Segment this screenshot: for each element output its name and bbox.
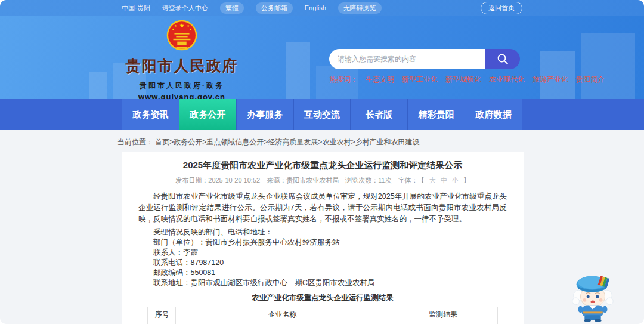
article-title: 2025年度贵阳市农业产业化市级重点龙头企业运行监测和评定结果公示 <box>138 159 507 171</box>
article-paragraph: 受理情况反映的部门、电话和地址： <box>138 227 507 237</box>
cell-no: 1 <box>148 322 176 324</box>
banner: ★ ★ ★ ★ ★ 贵阳市人民政府 贵阳市人民政府·政务 www.guiyang… <box>0 16 644 99</box>
main-nav: 政务资讯 政务公开 办事服务 互动交流 长者版 精彩贵阳 政府数据 <box>0 99 644 130</box>
font-size-medium[interactable]: 中 <box>441 177 447 184</box>
article-paragraph: 经贵阳市农业产业化市级重点龙头企业联席会议成员单位审定，现对2025年开展的农业… <box>138 191 507 225</box>
site-subtitle: 贵阳市人民政府·政务 <box>119 81 244 91</box>
hot-search-row: 热搜词： 生态文明 新型工业化 新型城镇化 农业现代化 旅游产业化 贵阳简介 <box>329 75 526 85</box>
svg-text:★: ★ <box>174 24 177 27</box>
search-input[interactable] <box>329 49 485 69</box>
svg-text:★: ★ <box>189 28 191 31</box>
cityscape-decor <box>581 33 635 99</box>
contact-address-line: 联系地址：贵阳市观山湖区市级行政中心二期C区贵阳市农业农村局 <box>138 278 507 288</box>
view-count: 浏览次数：11次 <box>345 177 391 184</box>
header-cell-company: 企业名称 <box>176 307 389 322</box>
table-header-row: 序号 企业名称 监测结果 <box>148 307 497 322</box>
postal-code-line: 邮政编码：550081 <box>138 268 507 278</box>
hot-search-term[interactable]: 农业现代化 <box>489 75 525 85</box>
hot-search-term[interactable]: 新型城镇化 <box>445 75 481 85</box>
national-emblem-icon: ★ ★ ★ ★ ★ <box>166 19 198 53</box>
contact-department-line: 部门（单位）：贵阳市乡村振兴服务中心农村经济服务站 <box>138 237 507 248</box>
nav-item-interaction[interactable]: 互动交流 <box>293 99 351 130</box>
breadcrumb: 当前位置： 首页>政务公开>重点领域信息公开>经济高质量发展>农业农村>乡村产业… <box>117 137 419 147</box>
topbar-link-login-center[interactable]: 请登录个人中心 <box>162 4 208 13</box>
breadcrumb-label: 当前位置： <box>117 138 153 146</box>
font-size-label: 字体：【 <box>398 177 425 184</box>
nav-item-gov-open[interactable]: 政务公开 <box>179 99 236 130</box>
nav-item-gov-news[interactable]: 政务资讯 <box>122 99 179 130</box>
hot-search-term[interactable]: 新型工业化 <box>402 75 438 85</box>
font-size-label-end: 】 <box>463 177 470 184</box>
hot-search-term[interactable]: 旅游产业化 <box>532 75 568 85</box>
font-size-large[interactable]: 大 <box>429 177 436 184</box>
topbar-link-accessibility[interactable]: 无障碍浏览 <box>338 2 382 14</box>
topbar-link-china-guiyang[interactable]: 中国·贵阳 <box>122 4 150 13</box>
cityscape-decor <box>286 42 310 99</box>
table-caption: 农业产业化市级重点龙头企业运行监测结果 <box>138 293 507 303</box>
search-area: 热搜词： 生态文明 新型工业化 新型城镇化 农业现代化 旅游产业化 贵阳简介 <box>329 49 526 85</box>
hot-search-label: 热搜词： <box>329 75 358 85</box>
publish-date: 发布日期：2025-10-20 10:52 <box>175 177 260 184</box>
site-logo[interactable]: ★ ★ ★ ★ ★ 贵阳市人民政府 贵阳市人民政府·政务 www.guiyang… <box>119 19 244 99</box>
hot-search-term[interactable]: 生态文明 <box>366 75 394 85</box>
table-row: 1 贵州合力超市采购有限公司 合格 <box>148 322 497 324</box>
header-cell-result: 监测结果 <box>389 307 497 322</box>
search-icon <box>496 53 509 66</box>
return-home-button[interactable]: 返回首页 <box>481 2 522 14</box>
nav-item-highlights[interactable]: 精彩贵阳 <box>407 99 465 130</box>
mascot-assistant[interactable] <box>566 269 619 322</box>
nav-item-elderly-version[interactable]: 长者版 <box>350 99 407 130</box>
nav-item-gov-data[interactable]: 政府数据 <box>465 99 522 130</box>
svg-text:★: ★ <box>187 24 189 27</box>
svg-text:★: ★ <box>172 28 174 31</box>
nav-item-services[interactable]: 办事服务 <box>236 99 293 130</box>
cityscape-decor <box>89 72 107 99</box>
site-name: 贵阳市人民政府 <box>119 56 244 76</box>
logo-divider <box>122 78 242 78</box>
hot-search-term[interactable]: 贵阳简介 <box>576 75 605 85</box>
svg-text:★: ★ <box>179 23 185 29</box>
font-size-small[interactable]: 小 <box>452 177 459 184</box>
monitoring-results-table: 序号 企业名称 监测结果 1 贵州合力超市采购有限公司 合格 2 贵州友禾种业有… <box>147 307 497 324</box>
header-cell-no: 序号 <box>148 307 176 322</box>
topbar-link-official-mail[interactable]: 公务邮箱 <box>256 2 293 14</box>
article-source: 来源：贵阳市农业农村局 <box>267 177 339 184</box>
contact-phone-line: 联系电话：87987120 <box>138 258 507 268</box>
guiyang-gov-page: 中国·贵阳 请登录个人中心 繁體 公务邮箱 English 无障碍浏览 返回首页… <box>0 0 644 324</box>
article-card: 2025年度贵阳市农业产业化市级重点龙头企业运行监测和评定结果公示 发布日期：2… <box>122 152 524 324</box>
article-meta: 发布日期：2025-10-20 10:52 来源：贵阳市农业农村局 浏览次数：1… <box>138 176 507 185</box>
breadcrumb-trail[interactable]: 首页>政务公开>重点领域信息公开>经济高质量发展>农业农村>乡村产业和农田建设 <box>155 138 419 146</box>
search-button[interactable] <box>485 49 520 69</box>
contact-person-line: 联系人：李霞 <box>138 248 507 258</box>
site-url: www.guiyang.gov.cn <box>119 92 244 99</box>
topbar-link-english[interactable]: English <box>305 4 326 11</box>
topbar-link-traditional-chinese[interactable]: 繁體 <box>220 2 244 14</box>
cell-result: 合格 <box>389 322 497 324</box>
topbar: 中国·贵阳 请登录个人中心 繁體 公务邮箱 English 无障碍浏览 返回首页 <box>0 0 644 16</box>
cell-company: 贵州合力超市采购有限公司 <box>176 322 389 324</box>
